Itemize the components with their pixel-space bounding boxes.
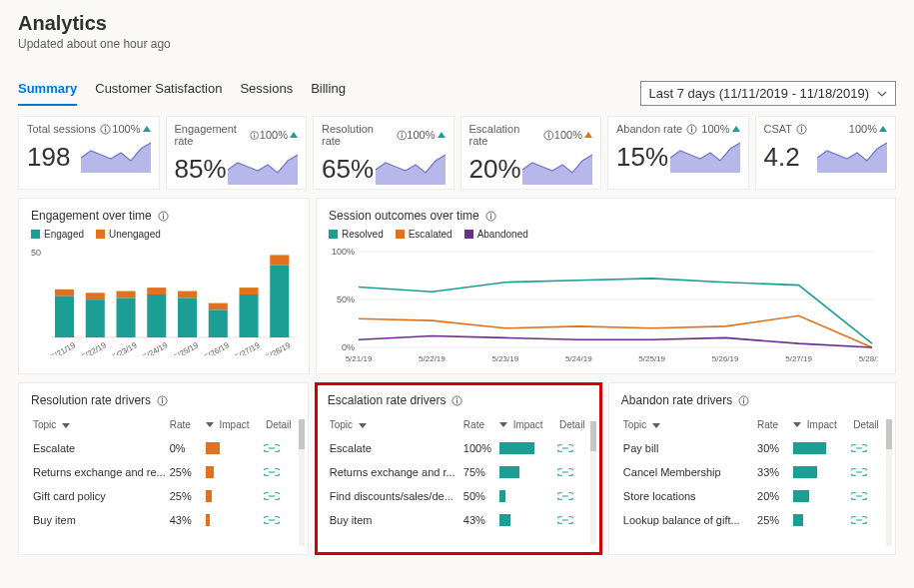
sparkline-chart [228, 151, 298, 185]
info-icon[interactable] [796, 124, 807, 135]
kpi-card: Total sessions100%198 [18, 116, 160, 190]
detail-link[interactable] [555, 491, 589, 501]
detail-link[interactable] [262, 491, 296, 501]
kpi-delta: 100% [701, 123, 729, 135]
kpi-delta: 100% [407, 129, 435, 141]
topic-cell[interactable]: Buy item [328, 514, 461, 526]
kpi-card: CSAT100%4.2 [755, 116, 897, 190]
svg-point-9 [401, 132, 402, 133]
topic-cell[interactable]: Cancel Membership [621, 466, 755, 478]
svg-point-13 [548, 132, 549, 133]
impact-cell [791, 466, 849, 478]
topic-cell[interactable]: Store locations [621, 490, 755, 502]
info-icon[interactable] [738, 395, 749, 406]
svg-text:5/27/19: 5/27/19 [234, 340, 262, 355]
impact-cell [497, 466, 555, 478]
impact-cell [204, 490, 262, 502]
col-rate[interactable]: Rate [168, 419, 204, 430]
col-rate[interactable]: Rate [461, 419, 497, 430]
detail-link[interactable] [849, 515, 883, 525]
link-icon [557, 443, 573, 453]
topic-cell[interactable]: Returns exchange and re... [31, 466, 168, 478]
topic-cell[interactable]: Lookup balance of gift... [621, 514, 755, 526]
col-detail: Detail [262, 419, 296, 430]
svg-rect-33 [86, 299, 105, 337]
detail-link[interactable] [849, 467, 883, 477]
kpi-label: Escalation rate [469, 123, 540, 147]
topic-cell[interactable]: Gift card policy [31, 490, 168, 502]
topic-cell[interactable]: Escalate [31, 442, 168, 454]
svg-text:5/27/19: 5/27/19 [785, 354, 812, 363]
kpi-card: Escalation rate100%20% [460, 116, 602, 190]
detail-link[interactable] [849, 491, 883, 501]
info-icon[interactable] [157, 395, 168, 406]
topic-cell[interactable]: Find discounts/sales/de... [328, 490, 461, 502]
svg-rect-32 [86, 293, 105, 299]
col-topic[interactable]: Topic [31, 419, 168, 430]
col-topic[interactable]: Topic [328, 419, 461, 430]
info-icon[interactable] [158, 211, 169, 222]
col-impact[interactable]: Impact [791, 419, 849, 430]
table-row: Escalate100% [328, 436, 589, 460]
detail-link[interactable] [555, 443, 589, 453]
topic-cell[interactable]: Returns exchange and r... [328, 466, 461, 478]
link-icon [264, 443, 280, 453]
detail-link[interactable] [262, 443, 296, 453]
tab-summary[interactable]: Summary [18, 75, 77, 106]
info-icon[interactable] [250, 130, 259, 141]
engagement-over-time-card: Engagement over time Engaged Unengaged 5… [18, 198, 310, 374]
svg-text:5/26/19: 5/26/19 [203, 340, 231, 355]
sparkline-chart [81, 139, 151, 173]
table-row: Lookup balance of gift...25% [621, 508, 883, 532]
col-rate[interactable]: Rate [755, 419, 791, 430]
link-icon [851, 467, 867, 477]
topic-cell[interactable]: Escalate [328, 442, 461, 454]
svg-rect-75 [457, 399, 457, 403]
col-detail: Detail [849, 419, 883, 430]
svg-rect-44 [209, 303, 228, 310]
topic-cell[interactable]: Pay bill [621, 442, 755, 454]
svg-rect-55 [490, 215, 491, 219]
detail-link[interactable] [555, 467, 589, 477]
detail-link[interactable] [262, 467, 296, 477]
trend-up-icon [732, 126, 740, 132]
svg-point-74 [457, 397, 457, 398]
col-topic[interactable]: Topic [621, 419, 755, 430]
driver-card: Escalation rate driversTopic Rate Impact… [315, 382, 602, 555]
info-icon[interactable] [397, 130, 408, 141]
col-impact[interactable]: Impact [204, 419, 262, 430]
svg-rect-36 [117, 297, 136, 337]
table-header: Topic Rate ImpactDetail [328, 413, 589, 436]
scrollbar[interactable] [299, 419, 305, 546]
link-icon [851, 491, 867, 501]
svg-text:5/23/19: 5/23/19 [111, 340, 139, 355]
svg-text:50%: 50% [337, 294, 355, 304]
svg-rect-14 [548, 134, 549, 138]
table-header: Topic Rate ImpactDetail [31, 413, 296, 436]
tab-billing[interactable]: Billing [311, 75, 346, 106]
tab-sessions[interactable]: Sessions [240, 75, 293, 106]
info-icon[interactable] [686, 124, 697, 135]
date-range-label: Last 7 days (11/11/2019 - 11/18/2019) [649, 86, 869, 101]
info-icon[interactable] [543, 130, 554, 141]
svg-rect-78 [743, 399, 744, 403]
detail-link[interactable] [262, 515, 296, 525]
col-impact[interactable]: Impact [497, 419, 555, 430]
kpi-delta: 100% [112, 123, 140, 135]
detail-link[interactable] [555, 515, 589, 525]
tab-customer-satisfaction[interactable]: Customer Satisfaction [95, 75, 222, 106]
info-icon[interactable] [485, 211, 496, 222]
link-icon [557, 491, 573, 501]
info-icon[interactable] [452, 395, 462, 406]
topic-cell[interactable]: Buy item [31, 514, 168, 526]
kpi-card: Abandon rate100%15% [607, 116, 749, 190]
rate-cell: 75% [461, 466, 497, 478]
kpi-value: 15% [616, 142, 668, 173]
info-icon[interactable] [100, 124, 111, 135]
trend-up-icon [438, 132, 446, 138]
scrollbar[interactable] [590, 421, 596, 544]
scrollbar[interactable] [886, 419, 892, 546]
detail-link[interactable] [849, 443, 883, 453]
date-range-picker[interactable]: Last 7 days (11/11/2019 - 11/18/2019) [640, 81, 896, 106]
kpi-value: 85% [175, 154, 227, 185]
